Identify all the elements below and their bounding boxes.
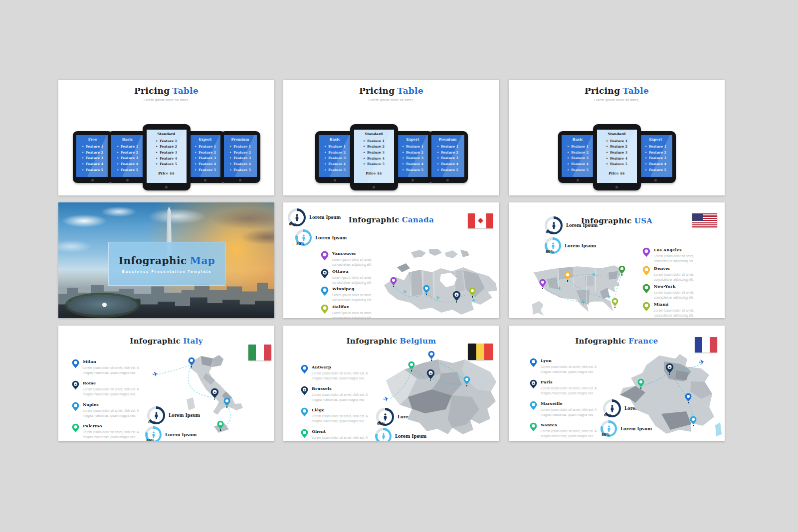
donut-chart-80: 80% — [545, 237, 561, 254]
plan-name: Standard — [608, 132, 626, 136]
pricing-tablet-premium: Premium Feature 1Feature 2Feature 3Featu… — [220, 131, 260, 183]
stat-65: 65% Lorem Ipsum — [288, 208, 341, 226]
feature-item: Feature 1 — [437, 144, 458, 150]
donut-chart-65: 65% — [147, 406, 165, 424]
slide-infographic-belgium[interactable]: InfographicBelgium AntwerpLorem ipsum do… — [283, 326, 499, 441]
stat-value: 65% — [289, 222, 297, 226]
map-pin-liege — [463, 376, 470, 385]
plan-features: Feature 1Feature 2Feature 3Feature 4Feat… — [229, 144, 251, 173]
donut-chart-65: 65% — [288, 208, 306, 226]
city-name: Vancouver — [332, 251, 389, 256]
plan-price: Price $$ — [647, 177, 664, 177]
plan-name: Standard — [158, 132, 176, 136]
plan-name: Expert — [199, 138, 212, 141]
plan-price: Price $$ — [439, 177, 456, 177]
slide-pricing-table-5[interactable]: PricingTable Lorem ipsum dolor sit amet,… — [58, 80, 274, 195]
feature-item: Feature 2 — [645, 150, 666, 156]
map-pin-icon — [530, 358, 537, 367]
feature-item: Feature 5 — [82, 168, 103, 174]
svg-text:★: ★ — [455, 293, 458, 297]
title-black: Infographic — [575, 337, 626, 346]
list-item: WinnipegLorem ipsum dolor sit amet, cons… — [321, 286, 389, 303]
slide-infographic-italy[interactable]: InfographicItaly MilanLorem ipsum dolor … — [58, 326, 274, 441]
donut-chart-80: 80% — [600, 420, 617, 437]
map-pin-nantes — [637, 378, 644, 387]
feature-item: Feature 2 — [324, 150, 346, 156]
slide-subtitle: Lorem ipsum dolor sit amet, — [283, 98, 499, 102]
dome — [102, 303, 107, 307]
city-desc: Lorem ipsum dolor sit amet, nibh est. A … — [541, 429, 606, 439]
feature-item: Feature 3 — [606, 150, 627, 156]
person-icon — [552, 222, 556, 229]
city-desc: Lorem ipsum dolor sit amet, consectetuer… — [654, 272, 711, 282]
title-accent: Table — [397, 86, 423, 96]
stat-label: Lorem Ipsum — [309, 215, 341, 220]
city-name: Halifax — [332, 305, 389, 310]
feature-item: Feature 5 — [117, 168, 138, 174]
svg-text:★: ★ — [303, 388, 306, 391]
city-name: Rome — [83, 381, 149, 386]
feature-item: Feature 5 — [229, 168, 251, 174]
feature-item: Feature 2 — [402, 150, 423, 156]
feature-item: Feature 2 — [195, 150, 216, 156]
person-icon — [607, 425, 611, 432]
map-pin-palermo — [217, 420, 224, 429]
feature-item: Feature 1 — [567, 144, 589, 150]
city-name: Liège — [312, 408, 378, 413]
slide-infographic-canada[interactable]: InfographicCanada 65% Lorem Ipsum 80% Lo… — [283, 202, 499, 318]
cover-title-box: InfographicMap Bussiness Presentation Te… — [108, 242, 225, 286]
feature-item: Feature 2 — [117, 150, 138, 156]
plan-price: Price $$ — [570, 177, 586, 177]
city-name: Denver — [654, 266, 711, 271]
pricing-tablet-standard: Standard Feature 1Feature 2Feature 3Feat… — [593, 124, 641, 190]
feature-item: Feature 3 — [117, 156, 138, 162]
map-pin-icon — [301, 429, 308, 438]
feature-item: Feature 3 — [567, 156, 589, 162]
slide-infographic-france[interactable]: InfographicFrance LyonLorem ipsum dolor … — [509, 326, 725, 441]
slide-pricing-table-4[interactable]: PricingTable Lorem ipsum dolor sit amet,… — [283, 80, 499, 195]
belgium-map — [377, 350, 499, 437]
stat-value: 80% — [146, 438, 154, 441]
list-item: Los AngelesLorem ipsum dolor sit amet, c… — [642, 247, 711, 264]
map-pin-rome: ★ — [210, 388, 219, 398]
feature-item: Feature 5 — [567, 168, 589, 174]
city-desc: Lorem ipsum dolor sit amet, nibh est. A … — [541, 407, 606, 417]
city-desc: Lorem ipsum dolor sit amet, consectetuer… — [332, 311, 389, 318]
feature-item: Feature 4 — [567, 162, 589, 168]
city-name: Milan — [83, 359, 149, 364]
city-desc: Lorem ipsum dolor sit amet, nibh est. A … — [83, 365, 149, 375]
person-icon — [302, 234, 306, 241]
feature-item: Feature 4 — [324, 162, 346, 168]
page-title: PricingTable — [58, 86, 274, 96]
map-pin-antwerp — [428, 351, 435, 359]
plan-features: Feature 1Feature 2Feature 3Feature 4Feat… — [156, 139, 177, 168]
city-desc: Lorem ipsum dolor sit amet, consectetuer… — [332, 257, 389, 267]
map-pin-lyon — [685, 393, 692, 402]
feature-item: Feature 1 — [195, 144, 216, 150]
feature-item: Feature 5 — [363, 162, 385, 168]
map-pin-star-icon: ★ — [321, 269, 329, 279]
list-item: MilanLorem ipsum dolor sit amet, nibh es… — [72, 359, 149, 375]
map-pin-vancouver — [390, 277, 397, 286]
plan-price: Price $$ — [197, 177, 213, 177]
map-pin-denver — [564, 271, 571, 280]
stat-value: 80% — [296, 241, 304, 246]
city-desc: Lorem ipsum dolor sit amet, nibh est. A … — [541, 386, 606, 396]
title-accent: Canada — [402, 215, 434, 224]
plan-price: Price $$ — [232, 177, 248, 177]
feature-item: Feature 3 — [195, 156, 216, 162]
stat-value: 80% — [376, 440, 384, 441]
city-name: Nantes — [541, 423, 606, 428]
plan-name: Basic — [122, 138, 133, 141]
feature-item: Feature 4 — [606, 156, 627, 162]
map-pin-ottawa: ★ — [452, 291, 461, 301]
slide-infographic-usa[interactable]: InfographicUSA 65% Lorem Ipsum 80% Lorem… — [509, 202, 725, 318]
city-desc: Lorem ipsum dolor sit amet, consectetuer… — [654, 254, 711, 264]
feature-item: Feature 2 — [363, 144, 385, 150]
feature-item: Feature 2 — [437, 150, 458, 156]
slide-cover[interactable]: InfographicMap Bussiness Presentation Te… — [58, 202, 274, 318]
slide-pricing-table-3[interactable]: PricingTable Lorem ipsum dolor sit amet,… — [509, 80, 725, 195]
pricing-tablet-expert: Expert Feature 1Feature 2Feature 3Featur… — [636, 131, 676, 183]
feature-item: Feature 3 — [324, 156, 346, 162]
page-title: PricingTable — [283, 86, 499, 96]
